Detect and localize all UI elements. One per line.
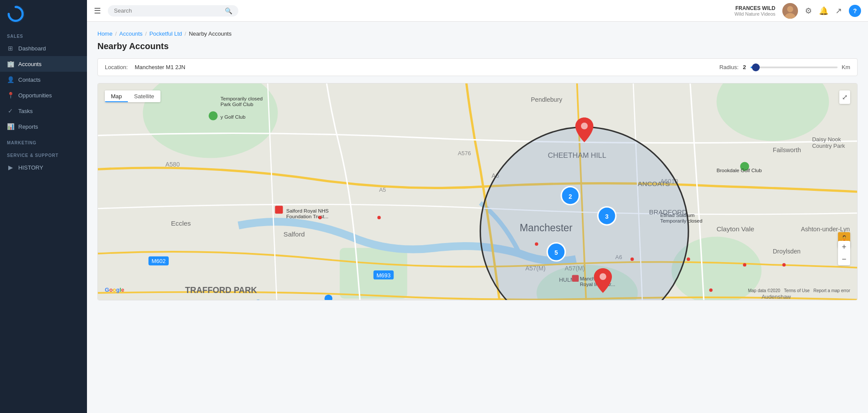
hamburger-menu-icon[interactable]: ☰ <box>94 6 101 16</box>
svg-text:Park Golf Club: Park Golf Club <box>220 101 254 107</box>
svg-text:5: 5 <box>554 249 558 256</box>
topbar: ☰ 🔍 FRANCES WILD Wild Nature Videos ⚙ 🔔 … <box>87 0 868 22</box>
main-area: ☰ 🔍 FRANCES WILD Wild Nature Videos ⚙ 🔔 … <box>87 0 868 413</box>
terms-link[interactable]: Terms of Use <box>784 288 810 293</box>
app-logo-icon <box>7 5 24 23</box>
user-org: Wild Nature Videos <box>734 11 775 17</box>
svg-text:Pendlebury: Pendlebury <box>531 96 563 103</box>
radius-slider[interactable] <box>751 67 838 68</box>
zoom-in-button[interactable]: + <box>838 241 850 253</box>
dashboard-icon: ⊞ <box>7 45 14 52</box>
history-chevron-icon: ▶ <box>7 164 14 171</box>
svg-point-69 <box>581 123 588 130</box>
map-tab-satellite[interactable]: Satellite <box>128 90 160 102</box>
svg-point-77 <box>318 216 322 220</box>
map-footer: Map data ©2020 Terms of Use Report a map… <box>748 288 850 293</box>
radius-section: Radius: 2 Km <box>719 64 850 70</box>
breadcrumb-sep-3: / <box>185 30 187 37</box>
svg-point-80 <box>631 257 634 261</box>
breadcrumb-sep-2: / <box>145 30 147 37</box>
report-error-link[interactable]: Report a map error <box>814 288 850 293</box>
section-service-label: SERVICE & SUPPORT <box>0 147 87 160</box>
content-area: Home / Accounts / Pocketful Ltd / Nearby… <box>87 22 868 413</box>
map-zoom-controls: + − <box>838 241 850 265</box>
sidebar-item-history[interactable]: ▶ HISTORY <box>0 160 87 175</box>
map-expand-button[interactable]: ⤢ <box>839 90 850 104</box>
contacts-icon: 👤 <box>7 76 14 83</box>
user-info: FRANCES WILD Wild Nature Videos <box>734 5 775 17</box>
sidebar-item-reports-label: Reports <box>18 123 38 130</box>
google-logo: Google <box>105 286 124 293</box>
sidebar-item-history-label: HISTORY <box>18 164 43 171</box>
breadcrumb-current: Nearby Accounts <box>189 30 231 37</box>
svg-text:TRAFFORD PARK: TRAFFORD PARK <box>185 285 257 295</box>
sidebar-item-contacts-label: Contacts <box>18 77 40 83</box>
topbar-right: FRANCES WILD Wild Nature Videos ⚙ 🔔 ↗ ? <box>734 3 861 19</box>
section-sales-label: SALES <box>0 28 87 40</box>
map-tabs: Map Satellite <box>105 90 160 102</box>
svg-point-2 <box>14 12 17 16</box>
search-icon: 🔍 <box>225 7 232 14</box>
sidebar-item-accounts[interactable]: 🏢 Accounts <box>0 56 87 72</box>
page-title: Nearby Accounts <box>97 41 858 51</box>
breadcrumb-pocketful[interactable]: Pocketful Ltd <box>149 30 182 37</box>
svg-text:Droylsden: Droylsden <box>773 248 801 255</box>
svg-point-83 <box>782 263 786 266</box>
svg-text:3: 3 <box>605 213 609 220</box>
notifications-icon[interactable]: 🔔 <box>819 6 828 16</box>
sidebar-item-dashboard[interactable]: ⊞ Dashboard <box>0 40 87 56</box>
svg-point-4 <box>787 6 793 12</box>
svg-text:Temporarily closed: Temporarily closed <box>220 96 263 101</box>
svg-point-49 <box>209 111 218 120</box>
sidebar-item-tasks-label: Tasks <box>18 108 33 114</box>
location-input[interactable] <box>135 64 712 70</box>
sidebar-item-accounts-label: Accounts <box>18 61 41 67</box>
breadcrumb-accounts[interactable]: Accounts <box>119 30 142 37</box>
svg-text:Failsworth: Failsworth <box>773 147 801 153</box>
sidebar-item-opportunities-label: Opportunities <box>18 92 52 99</box>
sidebar-item-tasks[interactable]: ✓ Tasks <box>0 103 87 119</box>
breadcrumb-sep-1: / <box>115 30 117 37</box>
share-icon[interactable]: ↗ <box>835 6 842 16</box>
search-box: 🔍 <box>108 5 238 17</box>
avatar[interactable] <box>782 3 798 19</box>
svg-text:Audenshaw: Audenshaw <box>761 293 791 300</box>
svg-text:2: 2 <box>568 193 572 200</box>
help-icon[interactable]: ? <box>849 5 861 17</box>
accounts-icon: 🏢 <box>7 60 14 67</box>
location-label: Location: <box>105 64 128 70</box>
svg-text:Salford: Salford <box>284 230 305 238</box>
opportunities-icon: 📍 <box>7 92 14 99</box>
svg-point-86 <box>709 288 713 292</box>
map-tab-map[interactable]: Map <box>105 90 128 102</box>
radius-value: 2 <box>743 64 746 70</box>
map-svg: A580 A6 A6010 A57(M) A57(M) A576 A5 A6 M… <box>98 83 857 300</box>
sidebar-item-contacts[interactable]: 👤 Contacts <box>0 72 87 87</box>
svg-text:Eccles: Eccles <box>171 220 191 227</box>
sidebar-logo <box>0 0 87 28</box>
svg-text:Daisy Nook: Daisy Nook <box>812 136 841 143</box>
map-container: A580 A6 A6010 A57(M) A57(M) A576 A5 A6 M… <box>97 83 858 300</box>
svg-text:Salford Royal NHS: Salford Royal NHS <box>286 208 329 213</box>
map-data-text: Map data ©2020 <box>748 288 780 293</box>
svg-point-81 <box>687 257 690 261</box>
search-input[interactable] <box>114 7 221 14</box>
breadcrumb-home[interactable]: Home <box>97 30 113 37</box>
svg-point-1 <box>13 11 19 17</box>
filter-bar: Location: Radius: 2 Km <box>97 58 858 76</box>
svg-text:M693: M693 <box>377 272 391 279</box>
svg-text:Clayton Vale: Clayton Vale <box>717 225 754 233</box>
svg-point-76 <box>600 273 607 280</box>
svg-point-82 <box>743 263 746 266</box>
svg-text:Ashton-under-Lyn: Ashton-under-Lyn <box>801 226 850 233</box>
settings-icon[interactable]: ⚙ <box>805 6 812 16</box>
svg-text:Country Park: Country Park <box>812 143 845 149</box>
section-marketing-label: MARKETING <box>0 134 87 147</box>
user-name: FRANCES WILD <box>734 5 775 11</box>
zoom-out-button[interactable]: − <box>838 253 850 265</box>
sidebar-item-opportunities[interactable]: 📍 Opportunities <box>0 87 87 103</box>
sidebar-item-reports[interactable]: 📊 Reports <box>0 119 87 134</box>
svg-text:Brookdale Golf Club: Brookdale Golf Club <box>717 167 762 173</box>
svg-rect-40 <box>275 206 283 213</box>
radius-label: Radius: <box>719 64 738 70</box>
